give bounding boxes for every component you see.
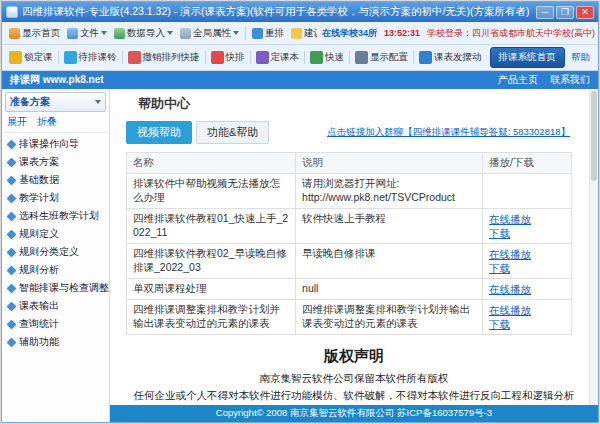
sidebar-item[interactable]: 查询统计 xyxy=(2,315,109,333)
qq-group-link[interactable]: 点击链接加入群聊【四维排课课件辅导答疑: 583302818】 xyxy=(327,126,570,139)
tool-quick-arrange-button[interactable]: 快排 xyxy=(209,49,247,66)
maximize-button[interactable]: ❐ xyxy=(556,6,574,19)
page-title: 帮助中心 xyxy=(138,95,598,113)
tool-button-label: 快速 xyxy=(325,51,344,64)
quick-icon xyxy=(310,51,323,64)
tool-pending-button[interactable]: 待排课铃 xyxy=(62,49,119,66)
tree-node-icon xyxy=(7,283,17,293)
dropdown-caret-icon xyxy=(95,100,101,104)
tool-publish-button[interactable]: 课表发摆动 xyxy=(417,49,484,66)
file-icon xyxy=(67,28,78,39)
toolbar-divider xyxy=(245,27,246,40)
sidebar-item[interactable]: 课表方案 xyxy=(2,153,109,171)
redo-icon xyxy=(252,28,263,39)
tool-button-label: 撤销排列快捷 xyxy=(143,51,200,64)
online-play-link[interactable]: 在线播放 xyxy=(489,247,531,261)
toolbar-buttons: 锁定课待排课铃撤销排列快捷快排定课本快速显示配置课表发摆动 xyxy=(7,49,484,66)
scheme-selector-label: 准备方案 xyxy=(10,95,50,109)
copyright-line: 任何企业或个人不得对本软件进行功能模仿、软件破解，不得对本软件进行反向工程和逻辑… xyxy=(110,387,598,404)
sidebar-item[interactable]: 辅助功能 xyxy=(2,333,109,351)
school-login-label: 学校登录：四川省成都市航天中学校(高中) xyxy=(427,27,595,40)
tool-display-cfg-button[interactable]: 显示配置 xyxy=(353,49,410,66)
minimize-button[interactable]: ─ xyxy=(536,6,554,19)
video-links-cell: 在线播放 xyxy=(482,279,571,300)
window-title: 四维排课软件·专业版(4.23.1.32) - 演示(课表方案)(软件可用于各类… xyxy=(22,5,532,19)
online-play-link[interactable]: 在线播放 xyxy=(489,303,531,317)
main-content: 帮助中心 视频帮助 功能&帮助 点击链接加入群聊【四维排课课件辅导答疑: 583… xyxy=(110,89,598,405)
menu-global-button[interactable]: 全局属性 xyxy=(177,26,242,41)
tool-button-label: 锁定课 xyxy=(24,51,53,64)
tree-node-icon xyxy=(7,211,17,221)
window-controls: ─ ❐ ✕ xyxy=(536,6,594,19)
dropdown-caret-icon xyxy=(167,31,173,35)
download-link[interactable]: 下载 xyxy=(489,317,510,331)
video-desc-cell: 请用浏览器打开网址:http://www.pk8.net/TSVCProduct xyxy=(296,174,483,209)
video-name-cell: 四维排课软件教程01_快速上手_2022_11 xyxy=(127,209,296,244)
download-link[interactable]: 下载 xyxy=(489,226,510,240)
table-row: 四维排课调整案排和教学计划并输出课表变动过的元素的课表四维排课调整案排和教学计划… xyxy=(127,300,572,335)
tool-quick-button[interactable]: 快速 xyxy=(308,49,346,66)
help-link[interactable]: 帮助 xyxy=(565,51,590,64)
menu-button-label: 重排 xyxy=(265,27,284,40)
tool-button-label: 定课本 xyxy=(271,51,300,64)
tool-undo-arrange-button[interactable]: 撤销排列快捷 xyxy=(126,49,202,66)
table-row: 单双周课程处理null在线播放 xyxy=(127,279,572,300)
online-play-link[interactable]: 在线播放 xyxy=(489,282,531,296)
tool-lock-button[interactable]: 锁定课 xyxy=(7,49,55,66)
video-links-cell: 在线播放下载 xyxy=(482,209,571,244)
sidebar-item[interactable]: 规则分类定义 xyxy=(2,243,109,261)
sidebar-item[interactable]: 规则分析 xyxy=(2,261,109,279)
body-row: 准备方案 展开 折叠 排课操作向导课表方案基础数据教学计划选科生班教学计划规则定… xyxy=(2,89,598,422)
menu-button-label: 文件 xyxy=(80,27,99,40)
desc-line: 早读晚自修排课 xyxy=(302,247,476,261)
download-link[interactable]: 下载 xyxy=(489,261,510,275)
vertical-scrollbar[interactable] xyxy=(589,89,598,405)
menu-file-button[interactable]: 文件 xyxy=(64,26,110,41)
site-bar-links: 产品主页 联系我们 xyxy=(498,73,590,87)
scrollbar-thumb[interactable] xyxy=(591,91,597,181)
site-link[interactable]: 排课网 www.pk8.net xyxy=(10,73,104,87)
sidebar-item[interactable]: 规则定义 xyxy=(2,225,109,243)
video-desc-cell: null xyxy=(296,279,483,300)
copyright-title: 版权声明 xyxy=(110,347,598,366)
tab-function-help[interactable]: 功能&帮助 xyxy=(196,121,269,144)
toolbar-divider xyxy=(349,51,350,64)
sidebar-item[interactable]: 排课操作向导 xyxy=(2,135,109,153)
video-desc-cell: 软件快速上手教程 xyxy=(296,209,483,244)
menu-home-button[interactable]: 显示首页 xyxy=(6,26,63,41)
close-button[interactable]: ✕ xyxy=(576,6,594,19)
online-schools-count: 在线学校34所 xyxy=(322,27,377,40)
tree-node-icon xyxy=(7,139,17,149)
tool-button-label: 显示配置 xyxy=(370,51,408,64)
sidebar: 准备方案 展开 折叠 排课操作向导课表方案基础数据教学计划选科生班教学计划规则定… xyxy=(2,89,110,422)
contact-us-link[interactable]: 联系我们 xyxy=(550,73,590,87)
sidebar-item[interactable]: 教学计划 xyxy=(2,189,109,207)
main-area: 帮助中心 视频帮助 功能&帮助 点击链接加入群聊【四维排课课件辅导答疑: 583… xyxy=(110,89,598,422)
online-play-link[interactable]: 在线播放 xyxy=(489,212,531,226)
sidebar-item-label: 辅助功能 xyxy=(19,335,59,349)
sidebar-item[interactable]: 课表输出 xyxy=(2,297,109,315)
tab-video-help[interactable]: 视频帮助 xyxy=(126,121,192,144)
expand-all-link[interactable]: 展开 xyxy=(7,115,27,129)
footer-bar: Copyright© 2008 南京集智云软件有限公司 苏ICP备1603757… xyxy=(110,405,598,422)
sidebar-item-label: 规则分类定义 xyxy=(19,245,79,259)
toolbar-divider xyxy=(205,51,206,64)
tool-fix-lesson-button[interactable]: 定课本 xyxy=(254,49,302,66)
desc-line: http://www.pk8.net/TSVCProduct xyxy=(302,191,476,203)
scheduling-home-button[interactable]: 排课系统首页 xyxy=(490,47,565,68)
sidebar-item[interactable]: 基础数据 xyxy=(2,171,109,189)
menu-redo-button[interactable]: 重排 xyxy=(249,26,287,41)
col-header-desc: 说明 xyxy=(296,153,483,174)
sidebar-item[interactable]: 选科生班教学计划 xyxy=(2,207,109,225)
video-name-cell: 单双周课程处理 xyxy=(127,279,296,300)
menu-import-button[interactable]: 数据导入 xyxy=(111,26,176,41)
sidebar-item-label: 智能排课与检查调整 xyxy=(19,281,109,295)
tool-button-label: 待排课铃 xyxy=(79,51,117,64)
menu-button-label: 显示首页 xyxy=(22,27,60,40)
scheme-selector[interactable]: 准备方案 xyxy=(5,92,106,112)
product-home-link[interactable]: 产品主页 xyxy=(498,73,538,87)
sidebar-item[interactable]: 智能排课与检查调整 xyxy=(2,279,109,297)
desc-line: 软件快速上手教程 xyxy=(302,212,476,226)
tool-button-label: 课表发摆动 xyxy=(434,51,482,64)
collapse-all-link[interactable]: 折叠 xyxy=(37,115,57,129)
